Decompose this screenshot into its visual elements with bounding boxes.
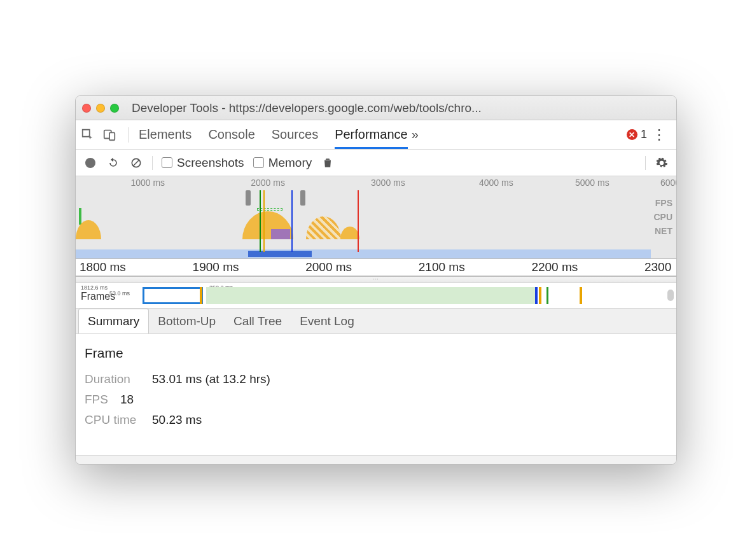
tab-summary[interactable]: Summary xyxy=(78,309,149,333)
window-title: Developer Tools - https://developers.goo… xyxy=(132,101,670,115)
inspect-element-icon[interactable] xyxy=(81,128,102,142)
tab-console[interactable]: Console xyxy=(208,121,254,149)
cpu-activity xyxy=(271,229,290,239)
overview-timeline[interactable]: 1000 ms 2000 ms 3000 ms 4000 ms 5000 ms … xyxy=(76,176,676,259)
clear-button[interactable] xyxy=(129,156,143,170)
summary-value: 18 xyxy=(120,393,134,407)
main-tabstrip: Elements Console Sources Performance » ✕… xyxy=(76,120,676,150)
summary-row: Duration 53.01 ms (at 13.2 hrs) xyxy=(85,372,667,386)
separator xyxy=(645,156,646,170)
ruler-tick: 1000 ms xyxy=(130,178,165,188)
cpu-activity xyxy=(306,216,341,239)
settings-button[interactable] xyxy=(655,156,669,170)
error-count: 1 xyxy=(641,128,647,141)
resize-handle[interactable]: ⋯ xyxy=(76,277,676,283)
ruler-tick: 4000 ms xyxy=(479,178,513,188)
fps-label: FPS xyxy=(655,198,672,208)
tab-sources[interactable]: Sources xyxy=(272,121,318,149)
frame-marker xyxy=(580,287,582,304)
marker-green xyxy=(260,190,261,252)
detail-tabs: Summary Bottom-Up Call Tree Event Log xyxy=(76,309,676,334)
ruler-tick: 1800 ms xyxy=(76,260,189,274)
ruler-tick: 3000 ms xyxy=(371,178,405,188)
ruler-tick: 2300 xyxy=(641,260,676,274)
marker-blue xyxy=(291,190,293,252)
garbage-collect-button[interactable] xyxy=(321,156,335,170)
frame-marker xyxy=(200,287,202,304)
selection-handle-left[interactable] xyxy=(246,190,251,206)
frame-marker xyxy=(535,287,538,304)
separator xyxy=(152,156,153,170)
performance-toolbar: Screenshots Memory xyxy=(76,150,676,176)
net-activity xyxy=(248,251,311,257)
titlebar: Developer Tools - https://developers.goo… xyxy=(76,96,676,120)
error-badge[interactable]: ✕ 1 xyxy=(627,128,647,141)
ruler-tick: 2000 ms xyxy=(302,260,415,274)
svg-rect-1 xyxy=(109,132,115,140)
marker-red xyxy=(358,190,359,252)
frames-track[interactable]: Frames 1812.6 ms 53.0 ms 250.2 ms xyxy=(76,283,676,309)
tabs-overflow-icon[interactable]: » xyxy=(408,127,422,142)
minimize-window-button[interactable] xyxy=(96,104,105,113)
net-track xyxy=(76,249,651,258)
marker-yellow xyxy=(263,190,265,252)
more-menu-icon[interactable]: ⋮ xyxy=(647,127,671,143)
ruler-tick: 6000 xyxy=(660,178,677,188)
tab-elements[interactable]: Elements xyxy=(139,121,191,149)
frame-marker xyxy=(547,287,548,304)
svg-line-3 xyxy=(133,160,139,166)
summary-key: FPS xyxy=(85,393,111,407)
summary-pane: Frame Duration 53.01 ms (at 13.2 hrs) FP… xyxy=(76,334,676,455)
overview-track-labels: FPS CPU NET xyxy=(653,198,672,236)
record-button[interactable] xyxy=(83,156,97,170)
tab-performance[interactable]: Performance xyxy=(335,121,408,149)
error-icon: ✕ xyxy=(627,129,637,140)
tab-bottom-up[interactable]: Bottom-Up xyxy=(149,309,225,333)
checkbox-icon xyxy=(253,157,264,168)
screenshots-checkbox[interactable]: Screenshots xyxy=(162,156,244,170)
summary-key: CPU time xyxy=(85,413,143,427)
summary-heading: Frame xyxy=(85,346,667,361)
cpu-label: CPU xyxy=(653,212,672,222)
summary-value: 50.23 ms xyxy=(152,413,202,427)
selection-handle-right[interactable] xyxy=(300,190,305,206)
ruler-tick: 1900 ms xyxy=(189,260,302,274)
net-label: NET xyxy=(655,226,672,236)
traffic-lights xyxy=(82,104,119,113)
separator xyxy=(128,127,129,143)
ruler-tick: 2200 ms xyxy=(527,260,641,274)
ruler-tick: 2000 ms xyxy=(251,178,285,188)
zoom-ruler[interactable]: 1800 ms 1900 ms 2000 ms 2100 ms 2200 ms … xyxy=(76,259,676,277)
summary-value: 53.01 ms (at 13.2 hrs) xyxy=(152,372,270,386)
summary-key: Duration xyxy=(85,372,143,386)
screenshots-label: Screenshots xyxy=(177,156,244,170)
cpu-activity xyxy=(340,227,359,239)
frame-block[interactable] xyxy=(206,287,537,304)
frame-selected[interactable]: 53.0 ms xyxy=(143,287,203,304)
footer-bar xyxy=(76,455,676,464)
overview-graph xyxy=(76,190,651,258)
devtools-window: Developer Tools - https://developers.goo… xyxy=(75,95,677,465)
tab-event-log[interactable]: Event Log xyxy=(291,309,363,333)
frame-marker xyxy=(539,287,541,304)
panel-tabs: Elements Console Sources Performance xyxy=(139,121,408,149)
summary-row: FPS 18 xyxy=(85,393,667,407)
summary-row: CPU time 50.23 ms xyxy=(85,413,667,427)
close-window-button[interactable] xyxy=(82,104,91,113)
zoom-window-button[interactable] xyxy=(110,104,119,113)
tab-call-tree[interactable]: Call Tree xyxy=(225,309,291,333)
checkbox-icon xyxy=(162,157,172,168)
device-toggle-icon[interactable] xyxy=(102,128,124,142)
fps-bar xyxy=(79,208,81,225)
memory-checkbox[interactable]: Memory xyxy=(253,156,312,170)
ruler-tick: 2100 ms xyxy=(415,260,528,274)
frames-track-label: Frames xyxy=(81,291,115,302)
ruler-tick: 5000 ms xyxy=(575,178,609,188)
reload-record-button[interactable] xyxy=(106,156,120,170)
frame-duration: 1812.6 ms xyxy=(81,284,108,291)
scrollbar-thumb[interactable] xyxy=(667,290,674,301)
memory-label: Memory xyxy=(268,156,312,170)
overview-ruler: 1000 ms 2000 ms 3000 ms 4000 ms 5000 ms … xyxy=(76,176,676,190)
